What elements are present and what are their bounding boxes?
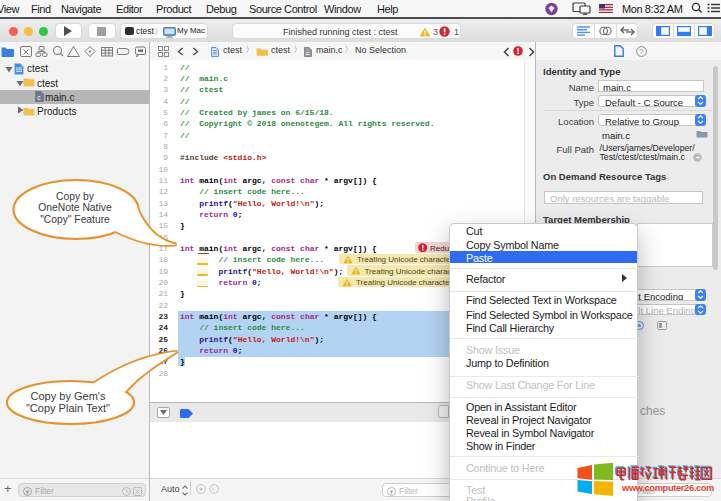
svg-text:c: c (306, 50, 309, 56)
svg-text:?: ? (639, 47, 643, 56)
svg-text:i: i (212, 485, 213, 492)
